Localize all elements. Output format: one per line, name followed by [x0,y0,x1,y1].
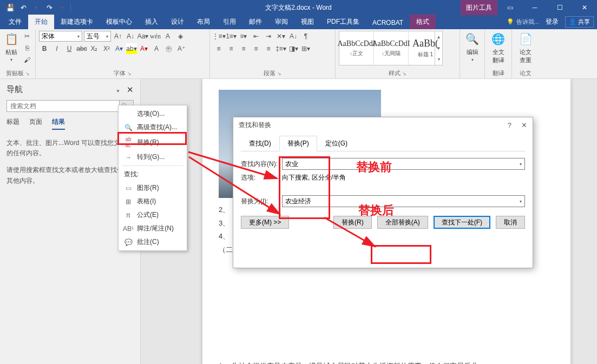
menu-replace[interactable]: abac替换(R)... [119,134,187,150]
borders-icon[interactable]: ⊞▾ [300,43,311,54]
paste-button[interactable]: 📋 粘贴 ▾ [3,31,19,62]
gallery-scroll[interactable]: ▲▼▾ [435,31,442,65]
strike-button[interactable]: abc [76,43,87,54]
tell-me[interactable]: 💡告诉我... [507,18,539,26]
shading-icon[interactable]: ◨▾ [288,43,299,54]
dialog-close-icon[interactable]: ✕ [521,121,527,129]
tab-pdf[interactable]: PDF工具集 [320,15,366,29]
dialog-tab-replace[interactable]: 替换(P) [279,136,317,151]
justify-icon[interactable]: ≡ [251,43,261,54]
subscript-button[interactable]: X₂ [89,43,100,54]
tab-design[interactable]: 设计 [165,15,191,29]
menu-find-graphic[interactable]: ▭图形(R) [119,181,187,195]
font-size-combobox[interactable]: 五号▾ [84,31,111,42]
asian-layout-icon[interactable]: ✕▾ [275,31,286,42]
char-border-icon[interactable]: A [162,31,173,42]
nav-tab-headings[interactable]: 标题 [6,117,19,130]
qat-customize-icon[interactable]: ▾ [56,2,68,14]
editing-button[interactable]: 🔍编辑▾ [463,31,481,62]
dialog-launcher-icon[interactable]: ↘ [402,71,406,76]
phonetic-icon[interactable]: wén [150,31,161,42]
indent-inc-icon[interactable]: ⇥ [263,31,274,42]
undo-dropdown-icon[interactable]: ▼ [30,2,42,14]
tab-template[interactable]: 模板中心 [100,15,139,29]
menu-find-footnote[interactable]: AB¹脚注/尾注(N) [119,222,187,235]
chevron-down-icon[interactable]: ▾ [520,199,522,204]
font-name-combobox[interactable]: 宋体▾ [39,31,82,42]
italic-button[interactable]: I [51,43,62,54]
dialog-titlebar[interactable]: 查找和替换 ?✕ [233,117,533,133]
align-right-icon[interactable]: ≡ [238,43,249,54]
menu-options[interactable]: 选项(O)... [119,107,187,121]
show-marks-icon[interactable]: ¶ [300,31,311,42]
tab-insert[interactable]: 插入 [139,15,165,29]
change-case-icon[interactable]: Aa▾ [137,31,148,42]
highlight-icon[interactable]: ab▾ [126,43,137,54]
share-button[interactable]: 👤共享 [565,16,594,28]
more-button[interactable]: 更多(M) >> [241,216,289,229]
tab-acrobat[interactable]: ACROBAT [366,16,410,29]
char-scaling-icon[interactable]: A⁺ [176,43,187,54]
nav-tab-results[interactable]: 结果 [52,117,65,130]
chevron-down-icon[interactable]: ▾ [520,162,522,167]
nav-tab-pages[interactable]: 页面 [29,117,42,130]
text-effects-icon[interactable]: A▾ [114,43,124,54]
bullets-icon[interactable]: ⋮≡▾ [213,31,224,42]
dialog-tab-goto[interactable]: 定位(G) [317,136,356,151]
menu-find-comment[interactable]: 💬批注(C) [119,235,187,249]
indent-dec-icon[interactable]: ⇤ [251,31,261,42]
bold-button[interactable]: B [39,43,50,54]
nav-search-input[interactable] [7,101,119,111]
cancel-button[interactable]: 取消 [496,216,525,229]
tab-home[interactable]: 开始 [28,15,54,29]
dialog-launcher-icon[interactable]: ↘ [277,71,281,76]
tab-references[interactable]: 引用 [217,15,242,29]
tab-mailings[interactable]: 邮件 [242,15,268,29]
tab-new[interactable]: 新建选项卡 [54,15,100,29]
clear-format-icon[interactable]: ◈ [175,31,186,42]
menu-find-table[interactable]: ⊞表格(I) [119,195,187,208]
find-what-input[interactable]: 农业▾ [282,158,525,170]
replace-button[interactable]: 替换(R) [333,216,372,229]
menu-find-formula[interactable]: π公式(E) [119,208,187,222]
replace-all-button[interactable]: 全部替换(A) [377,216,428,229]
style-normal[interactable]: AaBbCcDdI↓正文 [339,31,374,65]
dialog-tab-find[interactable]: 查找(D) [241,136,279,151]
login-button[interactable]: 登录 [541,15,563,29]
format-painter-icon[interactable]: 🖌 [22,55,32,65]
numbering-icon[interactable]: 1≡▾ [226,31,237,42]
copy-icon[interactable]: ⎘ [22,43,32,54]
multilevel-icon[interactable]: ≡▾ [238,31,249,42]
redo-icon[interactable]: ↷ [43,2,55,14]
menu-goto[interactable]: →转到(G)... [119,150,187,164]
dialog-launcher-icon[interactable]: ↘ [25,71,30,76]
style-nospacing[interactable]: AaBbCcDdI↓无间隔 [374,31,409,65]
cut-icon[interactable]: ✂ [22,31,32,42]
translate-button[interactable]: 🌐全文 翻译 [488,31,508,64]
align-left-icon[interactable]: ≡ [213,43,224,54]
review-button[interactable]: 📄论文 查重 [515,31,536,64]
grow-font-icon[interactable]: A↑ [113,31,123,42]
tab-view[interactable]: 视图 [294,15,320,29]
nav-close-icon[interactable]: ✕ [127,85,134,94]
save-icon[interactable]: 💾 [4,2,16,14]
align-center-icon[interactable]: ≡ [226,43,237,54]
font-color-icon[interactable]: A▾ [139,43,149,54]
tab-format[interactable]: 格式 [410,15,436,29]
find-next-button[interactable]: 查找下一处(F) [434,216,490,229]
replace-with-input[interactable]: 农业经济▾ [282,195,525,207]
dialog-launcher-icon[interactable]: ↘ [127,71,132,76]
nav-dropdown-icon[interactable]: ▼ [116,89,120,94]
undo-icon[interactable]: ↶ [17,2,29,14]
menu-adv-find[interactable]: 🔍高级查找(A)... [119,121,187,134]
tab-review[interactable]: 审阅 [268,15,294,29]
tab-layout[interactable]: 布局 [191,15,217,29]
distributed-icon[interactable]: ≡ [263,43,274,54]
minimize-icon[interactable]: ─ [522,0,547,15]
underline-button[interactable]: U [64,43,75,54]
style-gallery[interactable]: AaBbCcDdI↓正文 AaBbCcDdI↓无间隔 AaBb(标题 1 ▲▼▾ [339,31,443,65]
enclose-icon[interactable]: ㊥ [163,43,174,54]
ribbon-display-icon[interactable]: ▭ [497,0,522,15]
sort-icon[interactable]: A↓ [288,31,299,42]
tab-file[interactable]: 文件 [2,15,28,29]
